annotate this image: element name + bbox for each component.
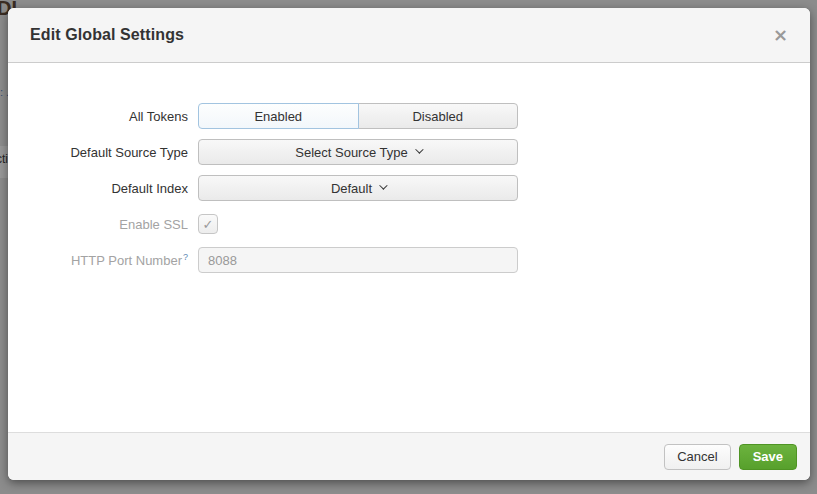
default-index-value: Default: [331, 181, 372, 196]
dialog-body: All Tokens Enabled Disabled Default Sour…: [8, 63, 810, 432]
all-tokens-disabled-button[interactable]: Disabled: [358, 103, 519, 129]
http-port-label: HTTP Port Number?: [8, 252, 198, 268]
enable-ssl-row: Enable SSL ✓: [8, 211, 810, 237]
enable-ssl-label: Enable SSL: [8, 217, 198, 232]
chevron-down-icon: [379, 181, 387, 189]
http-port-row: HTTP Port Number?: [8, 247, 810, 273]
all-tokens-label: All Tokens: [8, 109, 198, 124]
dialog-header: Edit Global Settings ×: [8, 8, 810, 63]
default-source-type-row: Default Source Type Select Source Type: [8, 139, 810, 165]
close-icon[interactable]: ×: [773, 26, 788, 44]
checkmark-icon: ✓: [203, 218, 214, 231]
all-tokens-row: All Tokens Enabled Disabled: [8, 103, 810, 129]
enable-ssl-checkbox[interactable]: ✓: [198, 214, 218, 234]
chevron-down-icon: [415, 145, 423, 153]
save-button[interactable]: Save: [739, 444, 797, 470]
default-source-type-dropdown[interactable]: Select Source Type: [198, 139, 518, 165]
background-text-fragment: cti: [0, 152, 8, 166]
help-question-icon: ?: [183, 252, 188, 262]
all-tokens-toggle: Enabled Disabled: [198, 103, 518, 129]
http-port-input[interactable]: [198, 247, 518, 273]
dialog-footer: Cancel Save: [8, 432, 810, 480]
default-index-label: Default Index: [8, 181, 198, 196]
default-index-dropdown[interactable]: Default: [198, 175, 518, 201]
background-content-band: [0, 146, 8, 178]
default-index-row: Default Index Default: [8, 175, 810, 201]
default-source-type-label: Default Source Type: [8, 145, 198, 160]
all-tokens-enabled-button[interactable]: Enabled: [198, 103, 359, 129]
edit-global-settings-dialog: Edit Global Settings × All Tokens Enable…: [8, 8, 810, 480]
default-source-type-value: Select Source Type: [295, 145, 408, 160]
cancel-button[interactable]: Cancel: [664, 444, 730, 470]
dialog-title: Edit Global Settings: [30, 26, 184, 44]
